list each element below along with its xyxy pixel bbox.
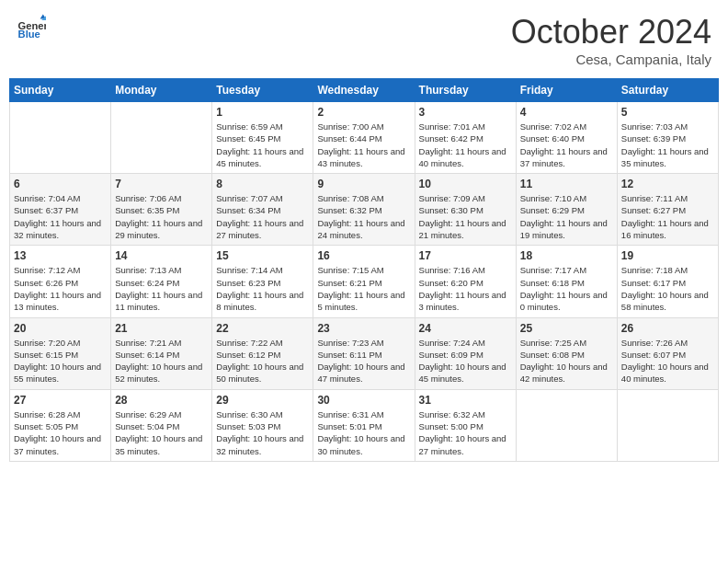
calendar-cell: 7Sunrise: 7:06 AM Sunset: 6:35 PM Daylig… [111, 174, 212, 246]
week-row-3: 13Sunrise: 7:12 AM Sunset: 6:26 PM Dayli… [10, 246, 719, 317]
calendar-cell: 19Sunrise: 7:18 AM Sunset: 6:17 PM Dayli… [617, 246, 718, 317]
calendar-cell: 1Sunrise: 6:59 AM Sunset: 6:45 PM Daylig… [212, 102, 313, 174]
calendar-cell: 15Sunrise: 7:14 AM Sunset: 6:23 PM Dayli… [212, 246, 313, 317]
calendar-cell: 26Sunrise: 7:26 AM Sunset: 6:07 PM Dayli… [617, 317, 718, 389]
week-row-2: 6Sunrise: 7:04 AM Sunset: 6:37 PM Daylig… [10, 174, 719, 246]
day-number: 20 [14, 322, 107, 335]
calendar-cell [516, 389, 617, 461]
day-info: Sunrise: 7:07 AM Sunset: 6:34 PM Dayligh… [216, 192, 309, 241]
calendar-cell: 3Sunrise: 7:01 AM Sunset: 6:42 PM Daylig… [415, 102, 516, 174]
day-number: 13 [14, 249, 107, 262]
week-row-4: 20Sunrise: 7:20 AM Sunset: 6:15 PM Dayli… [10, 317, 719, 389]
calendar-cell [617, 389, 718, 461]
day-info: Sunrise: 7:08 AM Sunset: 6:32 PM Dayligh… [317, 192, 410, 241]
day-number: 5 [621, 106, 714, 119]
day-number: 9 [317, 178, 410, 190]
day-number: 24 [419, 322, 512, 335]
calendar-cell: 25Sunrise: 7:25 AM Sunset: 6:08 PM Dayli… [516, 317, 617, 389]
day-number: 28 [115, 394, 208, 407]
day-info: Sunrise: 7:22 AM Sunset: 6:12 PM Dayligh… [216, 337, 309, 385]
day-info: Sunrise: 7:15 AM Sunset: 6:21 PM Dayligh… [317, 264, 410, 313]
weekday-header-tuesday: Tuesday [212, 79, 313, 102]
page-header: General Blue October 2024 Cesa, Campania… [9, 9, 719, 71]
day-number: 21 [115, 322, 208, 335]
week-row-5: 27Sunrise: 6:28 AM Sunset: 5:05 PM Dayli… [10, 389, 719, 461]
day-number: 23 [317, 322, 410, 335]
calendar-cell: 16Sunrise: 7:15 AM Sunset: 6:21 PM Dayli… [313, 246, 415, 317]
day-info: Sunrise: 7:21 AM Sunset: 6:14 PM Dayligh… [115, 337, 208, 385]
day-number: 3 [419, 106, 512, 119]
day-info: Sunrise: 7:01 AM Sunset: 6:42 PM Dayligh… [419, 121, 512, 169]
day-info: Sunrise: 7:16 AM Sunset: 6:20 PM Dayligh… [419, 264, 512, 313]
calendar-cell: 8Sunrise: 7:07 AM Sunset: 6:34 PM Daylig… [212, 174, 313, 246]
day-info: Sunrise: 7:26 AM Sunset: 6:07 PM Dayligh… [621, 337, 714, 385]
day-info: Sunrise: 7:20 AM Sunset: 6:15 PM Dayligh… [14, 337, 107, 385]
day-info: Sunrise: 7:03 AM Sunset: 6:39 PM Dayligh… [621, 121, 714, 169]
weekday-header-row: SundayMondayTuesdayWednesdayThursdayFrid… [10, 79, 719, 102]
calendar-cell: 10Sunrise: 7:09 AM Sunset: 6:30 PM Dayli… [415, 174, 516, 246]
day-number: 8 [216, 178, 309, 190]
calendar-cell: 23Sunrise: 7:23 AM Sunset: 6:11 PM Dayli… [313, 317, 415, 389]
day-number: 17 [419, 249, 512, 262]
day-info: Sunrise: 7:04 AM Sunset: 6:37 PM Dayligh… [14, 192, 107, 241]
weekday-header-monday: Monday [111, 79, 212, 102]
location-subtitle: Cesa, Campania, Italy [511, 52, 711, 67]
calendar-cell: 5Sunrise: 7:03 AM Sunset: 6:39 PM Daylig… [617, 102, 718, 174]
weekday-header-sunday: Sunday [10, 79, 111, 102]
calendar-cell [10, 102, 111, 174]
calendar-cell: 13Sunrise: 7:12 AM Sunset: 6:26 PM Dayli… [10, 246, 111, 317]
weekday-header-saturday: Saturday [617, 79, 718, 102]
day-info: Sunrise: 6:32 AM Sunset: 5:00 PM Dayligh… [419, 408, 512, 457]
calendar-cell: 17Sunrise: 7:16 AM Sunset: 6:20 PM Dayli… [415, 246, 516, 317]
day-info: Sunrise: 7:14 AM Sunset: 6:23 PM Dayligh… [216, 264, 309, 313]
weekday-header-friday: Friday [516, 79, 617, 102]
day-info: Sunrise: 6:28 AM Sunset: 5:05 PM Dayligh… [14, 408, 107, 457]
day-info: Sunrise: 6:31 AM Sunset: 5:01 PM Dayligh… [317, 408, 410, 457]
day-info: Sunrise: 6:29 AM Sunset: 5:04 PM Dayligh… [115, 408, 208, 457]
day-info: Sunrise: 7:18 AM Sunset: 6:17 PM Dayligh… [621, 264, 714, 313]
calendar-cell [111, 102, 212, 174]
day-number: 18 [520, 249, 613, 262]
day-info: Sunrise: 7:00 AM Sunset: 6:44 PM Dayligh… [317, 121, 410, 169]
day-number: 26 [621, 322, 714, 335]
calendar-cell: 31Sunrise: 6:32 AM Sunset: 5:00 PM Dayli… [415, 389, 516, 461]
calendar-cell: 11Sunrise: 7:10 AM Sunset: 6:29 PM Dayli… [516, 174, 617, 246]
calendar-cell: 9Sunrise: 7:08 AM Sunset: 6:32 PM Daylig… [313, 174, 415, 246]
day-info: Sunrise: 7:12 AM Sunset: 6:26 PM Dayligh… [14, 264, 107, 313]
calendar-cell: 14Sunrise: 7:13 AM Sunset: 6:24 PM Dayli… [111, 246, 212, 317]
calendar-cell: 6Sunrise: 7:04 AM Sunset: 6:37 PM Daylig… [10, 174, 111, 246]
calendar-table: SundayMondayTuesdayWednesdayThursdayFrid… [9, 78, 719, 462]
day-info: Sunrise: 7:17 AM Sunset: 6:18 PM Dayligh… [520, 264, 613, 313]
day-info: Sunrise: 7:11 AM Sunset: 6:27 PM Dayligh… [621, 192, 714, 241]
calendar-cell: 30Sunrise: 6:31 AM Sunset: 5:01 PM Dayli… [313, 389, 415, 461]
day-number: 29 [216, 394, 309, 407]
calendar-cell: 18Sunrise: 7:17 AM Sunset: 6:18 PM Dayli… [516, 246, 617, 317]
day-number: 1 [216, 106, 309, 119]
day-info: Sunrise: 7:23 AM Sunset: 6:11 PM Dayligh… [317, 337, 410, 385]
week-row-1: 1Sunrise: 6:59 AM Sunset: 6:45 PM Daylig… [10, 102, 719, 174]
title-block: October 2024 Cesa, Campania, Italy [511, 13, 711, 67]
calendar-cell: 29Sunrise: 6:30 AM Sunset: 5:03 PM Dayli… [212, 389, 313, 461]
svg-text:Blue: Blue [18, 29, 40, 40]
day-info: Sunrise: 7:02 AM Sunset: 6:40 PM Dayligh… [520, 121, 613, 169]
day-info: Sunrise: 6:59 AM Sunset: 6:45 PM Dayligh… [216, 121, 309, 169]
day-number: 14 [115, 249, 208, 262]
day-number: 2 [317, 106, 410, 119]
day-number: 19 [621, 249, 714, 262]
day-info: Sunrise: 7:13 AM Sunset: 6:24 PM Dayligh… [115, 264, 208, 313]
month-title: October 2024 [511, 13, 711, 52]
calendar-cell: 28Sunrise: 6:29 AM Sunset: 5:04 PM Dayli… [111, 389, 212, 461]
day-number: 22 [216, 322, 309, 335]
day-number: 6 [14, 178, 107, 190]
day-number: 31 [419, 394, 512, 407]
day-number: 16 [317, 249, 410, 262]
day-number: 25 [520, 322, 613, 335]
day-number: 27 [14, 394, 107, 407]
weekday-header-thursday: Thursday [415, 79, 516, 102]
day-number: 15 [216, 249, 309, 262]
logo-icon: General Blue [17, 13, 46, 42]
calendar-cell: 4Sunrise: 7:02 AM Sunset: 6:40 PM Daylig… [516, 102, 617, 174]
calendar-cell: 20Sunrise: 7:20 AM Sunset: 6:15 PM Dayli… [10, 317, 111, 389]
day-number: 12 [621, 178, 714, 190]
day-info: Sunrise: 7:06 AM Sunset: 6:35 PM Dayligh… [115, 192, 208, 241]
